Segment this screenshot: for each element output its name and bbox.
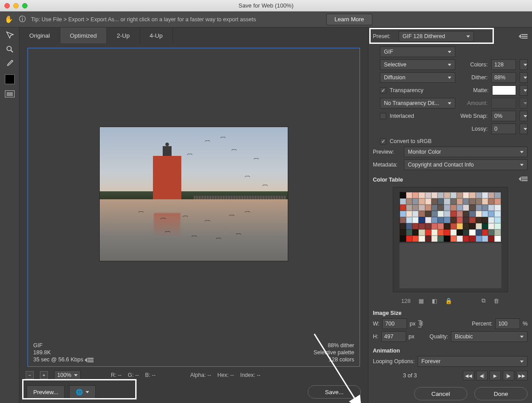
- color-table-cell[interactable]: [469, 211, 475, 217]
- color-table-cell[interactable]: [444, 229, 450, 236]
- color-table-cell[interactable]: [469, 229, 475, 236]
- last-frame-button[interactable]: ▶▶: [516, 371, 528, 380]
- matte-select[interactable]: [520, 85, 528, 96]
- color-table-cell[interactable]: [412, 229, 419, 236]
- color-table-cell[interactable]: [457, 198, 463, 205]
- color-table-menu-icon[interactable]: [521, 177, 528, 181]
- ct-snap-icon[interactable]: ▦: [419, 298, 424, 304]
- prev-frame-button[interactable]: ◀|: [476, 371, 488, 380]
- color-table-cell[interactable]: [412, 236, 419, 242]
- colors-input[interactable]: 128: [491, 59, 516, 70]
- color-table-cell[interactable]: [488, 192, 494, 198]
- preset-select[interactable]: GIF 128 Dithered: [399, 31, 474, 42]
- ct-trash-icon[interactable]: 🗑: [493, 298, 499, 304]
- color-table-cell[interactable]: [463, 223, 469, 229]
- color-table-cell[interactable]: [444, 217, 450, 223]
- color-table-cell[interactable]: [494, 198, 501, 205]
- color-table-cell[interactable]: [425, 192, 431, 198]
- color-table-cell[interactable]: [482, 236, 488, 242]
- color-table-cell[interactable]: [400, 205, 406, 211]
- color-table-cell[interactable]: [463, 229, 469, 236]
- browser-preview-button[interactable]: 🌐: [69, 385, 96, 399]
- color-table-cell[interactable]: [450, 229, 457, 236]
- color-table-cell[interactable]: [450, 198, 457, 205]
- color-table-cell[interactable]: [476, 229, 482, 236]
- color-table-cell[interactable]: [406, 236, 412, 242]
- color-table-cell[interactable]: [406, 205, 412, 211]
- ct-cube-icon[interactable]: ◧: [432, 298, 437, 304]
- color-table-cell[interactable]: [457, 217, 463, 223]
- color-table-cell[interactable]: [476, 211, 482, 217]
- color-table-cell[interactable]: [450, 205, 457, 211]
- color-table-cell[interactable]: [488, 236, 494, 242]
- zoom-select[interactable]: 100%: [54, 370, 81, 380]
- zoom-in-button[interactable]: +: [40, 371, 48, 379]
- color-table-cell[interactable]: [431, 205, 438, 211]
- color-table-cell[interactable]: [450, 217, 457, 223]
- color-table-cell[interactable]: [476, 192, 482, 198]
- color-table-cell[interactable]: [431, 211, 438, 217]
- color-table-cell[interactable]: [419, 205, 425, 211]
- color-table-cell[interactable]: [425, 223, 431, 229]
- color-table-cell[interactable]: [482, 192, 488, 198]
- color-table[interactable]: [393, 187, 508, 292]
- colors-stepper[interactable]: [520, 59, 528, 70]
- color-table-cell[interactable]: [431, 192, 438, 198]
- color-table-cell[interactable]: [444, 205, 450, 211]
- color-table-cell[interactable]: [400, 223, 406, 229]
- color-table-cell[interactable]: [463, 211, 469, 217]
- color-table-cell[interactable]: [463, 236, 469, 242]
- height-input[interactable]: 497: [381, 331, 406, 342]
- hand-tool-icon[interactable]: ✋: [4, 15, 13, 23]
- color-table-cell[interactable]: [488, 217, 494, 223]
- color-table-cell[interactable]: [482, 229, 488, 236]
- reduction-select[interactable]: Selective: [380, 59, 455, 70]
- color-table-cell[interactable]: [400, 198, 406, 205]
- done-button[interactable]: Done: [474, 387, 528, 400]
- tab-optimized[interactable]: Optimized: [60, 27, 107, 43]
- color-table-cell[interactable]: [494, 236, 501, 242]
- eyedropper-tool-icon[interactable]: [4, 58, 16, 69]
- color-table-cell[interactable]: [400, 217, 406, 223]
- color-table-cell[interactable]: [438, 192, 444, 198]
- zoom-out-button[interactable]: −: [26, 371, 34, 379]
- preview-button[interactable]: Preview...: [27, 385, 65, 399]
- color-table-cell[interactable]: [400, 192, 406, 198]
- color-table-cell[interactable]: [425, 236, 431, 242]
- color-table-cell[interactable]: [494, 217, 501, 223]
- color-table-cell[interactable]: [400, 236, 406, 242]
- color-table-cell[interactable]: [438, 205, 444, 211]
- interlaced-checkbox[interactable]: [380, 113, 386, 119]
- color-table-cell[interactable]: [444, 211, 450, 217]
- color-table-cell[interactable]: [438, 229, 444, 236]
- color-table-cell[interactable]: [457, 211, 463, 217]
- metadata-select[interactable]: Copyright and Contact Info: [404, 159, 528, 170]
- color-table-cell[interactable]: [412, 205, 419, 211]
- color-table-cell[interactable]: [419, 223, 425, 229]
- color-table-cell[interactable]: [425, 229, 431, 236]
- color-table-cell[interactable]: [419, 236, 425, 242]
- color-table-cell[interactable]: [412, 192, 419, 198]
- next-frame-button[interactable]: |▶: [503, 371, 514, 380]
- color-table-cell[interactable]: [450, 236, 457, 242]
- tab-4up[interactable]: 4-Up: [140, 27, 173, 43]
- color-table-cell[interactable]: [482, 205, 488, 211]
- color-table-cell[interactable]: [419, 217, 425, 223]
- color-table-cell[interactable]: [463, 205, 469, 211]
- dither-stepper[interactable]: [520, 72, 528, 83]
- color-table-cell[interactable]: [450, 192, 457, 198]
- meta-menu-icon[interactable]: [87, 358, 94, 362]
- lossy-stepper[interactable]: [520, 124, 528, 134]
- color-table-cell[interactable]: [457, 192, 463, 198]
- color-table-cell[interactable]: [476, 236, 482, 242]
- color-table-cell[interactable]: [412, 211, 419, 217]
- color-table-cell[interactable]: [425, 205, 431, 211]
- websnap-stepper[interactable]: [520, 111, 528, 121]
- color-table-cell[interactable]: [412, 223, 419, 229]
- color-table-cell[interactable]: [482, 223, 488, 229]
- preview-profile-select[interactable]: Monitor Color: [404, 147, 528, 157]
- color-table-cell[interactable]: [469, 217, 475, 223]
- format-select[interactable]: GIF: [380, 46, 455, 57]
- tab-original[interactable]: Original: [20, 27, 60, 43]
- color-table-cell[interactable]: [406, 217, 412, 223]
